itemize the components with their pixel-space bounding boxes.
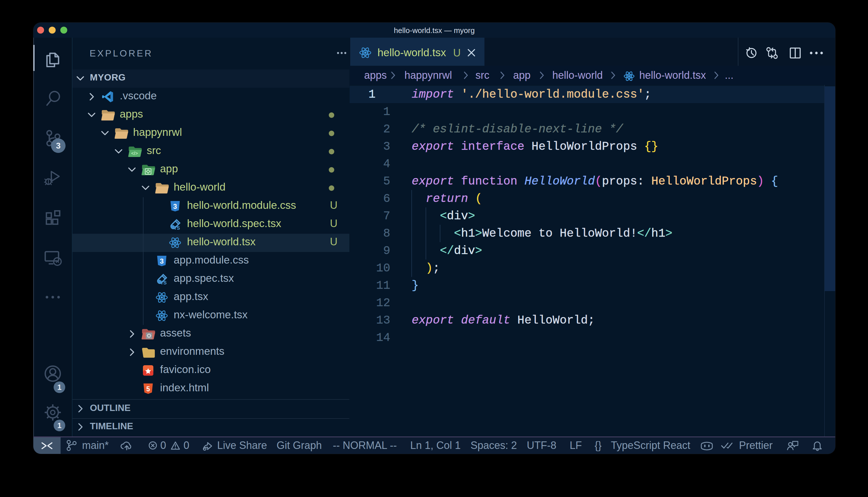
svg-text:3: 3 xyxy=(160,257,164,265)
svg-text:5: 5 xyxy=(147,385,150,393)
svg-text:TS: TS xyxy=(174,225,180,231)
svg-text:</>: </> xyxy=(131,151,138,156)
svg-text:3: 3 xyxy=(173,202,177,210)
svg-text:TS: TS xyxy=(160,280,167,286)
